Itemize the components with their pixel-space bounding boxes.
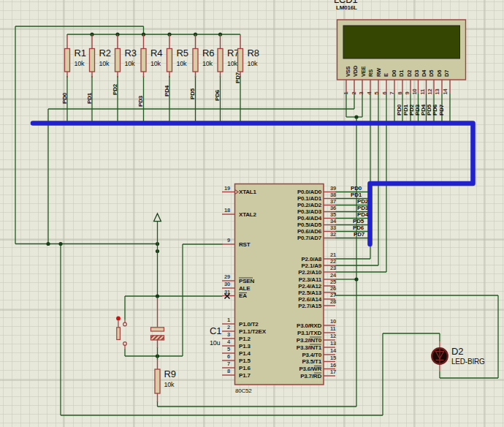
svg-text:PD7: PD7	[438, 104, 445, 116]
svg-text:R9: R9	[164, 369, 176, 379]
svg-text:D3: D3	[413, 70, 420, 77]
svg-text:25: 25	[330, 279, 336, 285]
svg-text:PD4: PD4	[357, 211, 369, 218]
svg-text:PD1: PD1	[86, 92, 93, 104]
svg-text:10k: 10k	[150, 60, 161, 67]
svg-text:P1.2: P1.2	[239, 336, 251, 342]
svg-text:D0: D0	[391, 70, 397, 77]
svg-text:P0.6/AD6: P0.6/AD6	[297, 228, 322, 235]
svg-text:R1: R1	[75, 48, 86, 58]
svg-text:P0.4/AD4: P0.4/AD4	[297, 215, 322, 222]
svg-text:P3.7/RD: P3.7/RD	[300, 373, 321, 379]
svg-text:PD0: PD0	[61, 92, 68, 104]
svg-text:2: 2	[351, 92, 357, 95]
svg-text:29: 29	[224, 273, 230, 280]
svg-text:21: 21	[330, 252, 336, 258]
svg-text:PD6: PD6	[214, 89, 221, 101]
svg-text:VEE: VEE	[360, 66, 367, 77]
svg-text:10k: 10k	[125, 60, 136, 67]
svg-text:P1.0/T2: P1.0/T2	[239, 321, 259, 328]
svg-text:10k: 10k	[99, 60, 110, 67]
svg-text:30: 30	[224, 281, 230, 287]
svg-text:17: 17	[330, 369, 336, 375]
svg-text:18: 18	[224, 207, 230, 214]
svg-text:P1.1/T2EX: P1.1/T2EX	[239, 328, 267, 335]
svg-text:D2: D2	[451, 346, 463, 357]
svg-text:P2.2/A10: P2.2/A10	[298, 269, 322, 276]
svg-text:7: 7	[389, 92, 395, 95]
svg-text:PD0: PD0	[351, 185, 362, 192]
svg-text:6: 6	[227, 353, 230, 360]
svg-text:XTAL2: XTAL2	[239, 211, 256, 218]
svg-text:3: 3	[227, 331, 230, 338]
svg-text:23: 23	[330, 265, 336, 271]
svg-text:P3.2/INT0: P3.2/INT0	[297, 337, 322, 344]
svg-text:3: 3	[358, 92, 364, 95]
svg-text:P2.3/A11: P2.3/A11	[299, 276, 322, 283]
svg-text:D2: D2	[406, 70, 413, 77]
svg-text:R7: R7	[227, 48, 239, 58]
svg-text:PD2: PD2	[112, 83, 118, 95]
svg-text:P0.1/AD1: P0.1/AD1	[297, 195, 322, 202]
svg-text:R4: R4	[150, 48, 162, 58]
svg-text:P1.4: P1.4	[239, 350, 251, 357]
svg-text:XTAL1: XTAL1	[239, 189, 256, 195]
svg-text:ALE: ALE	[239, 285, 251, 292]
svg-text:12: 12	[330, 333, 336, 339]
svg-text:P0.0/AD0: P0.0/AD0	[297, 189, 322, 195]
svg-text:E: E	[383, 73, 389, 77]
svg-text:PD5: PD5	[189, 88, 196, 99]
svg-text:11: 11	[330, 325, 336, 332]
svg-text:80C52: 80C52	[235, 388, 252, 394]
svg-text:RST: RST	[239, 241, 251, 248]
svg-text:PD2: PD2	[357, 198, 369, 205]
svg-text:11: 11	[419, 89, 426, 95]
svg-text:R5: R5	[177, 48, 188, 58]
svg-text:RS: RS	[367, 69, 374, 77]
svg-text:P0.5/AD5: P0.5/AD5	[297, 222, 322, 228]
svg-text:10k: 10k	[177, 60, 188, 67]
svg-text:34: 34	[330, 218, 337, 224]
svg-text:14: 14	[330, 347, 337, 354]
svg-text:P3.5/T1: P3.5/T1	[302, 358, 321, 365]
svg-text:R3: R3	[125, 48, 137, 58]
svg-text:P2.5/A13: P2.5/A13	[298, 290, 322, 296]
svg-text:10k: 10k	[227, 60, 238, 67]
svg-text:P0.2/AD2: P0.2/AD2	[297, 202, 322, 208]
svg-text:6: 6	[381, 92, 388, 95]
svg-text:16: 16	[330, 362, 336, 369]
svg-text:P1.3: P1.3	[239, 343, 251, 349]
svg-text:24: 24	[330, 272, 337, 279]
svg-text:LM016L: LM016L	[336, 4, 357, 11]
svg-text:27: 27	[330, 292, 336, 298]
svg-text:P0.3/AD3: P0.3/AD3	[297, 208, 322, 215]
svg-text:2: 2	[227, 324, 230, 330]
svg-text:38: 38	[330, 192, 336, 198]
svg-text:37: 37	[330, 198, 336, 205]
svg-text:D5: D5	[428, 70, 435, 77]
svg-text:10k: 10k	[75, 60, 85, 67]
svg-text:R8: R8	[248, 48, 259, 58]
svg-text:10k: 10k	[202, 60, 213, 67]
svg-text:PD4: PD4	[164, 85, 170, 97]
svg-text:32: 32	[330, 231, 336, 238]
svg-text:35: 35	[330, 211, 336, 218]
svg-text:P2.6/A14: P2.6/A14	[298, 296, 322, 303]
svg-text:1: 1	[343, 92, 349, 95]
svg-text:P1.7: P1.7	[239, 372, 251, 379]
svg-text:19: 19	[224, 185, 230, 192]
svg-text:P2.7/A15: P2.7/A15	[298, 303, 322, 309]
svg-text:P2.4/A12: P2.4/A12	[298, 283, 322, 290]
svg-text:R2: R2	[99, 48, 111, 58]
svg-text:P3.4/T0: P3.4/T0	[302, 352, 321, 358]
svg-text:D1: D1	[398, 70, 405, 77]
svg-text:PD6: PD6	[353, 224, 364, 231]
svg-text:26: 26	[330, 285, 336, 292]
svg-text:C1: C1	[210, 325, 221, 336]
svg-text:8: 8	[397, 92, 403, 95]
svg-text:39: 39	[330, 185, 336, 192]
svg-text:9: 9	[404, 92, 411, 95]
svg-text:P3.3/INT1: P3.3/INT1	[297, 344, 322, 351]
svg-text:P0.7/AD7: P0.7/AD7	[297, 235, 322, 241]
svg-text:PD7: PD7	[234, 72, 241, 83]
